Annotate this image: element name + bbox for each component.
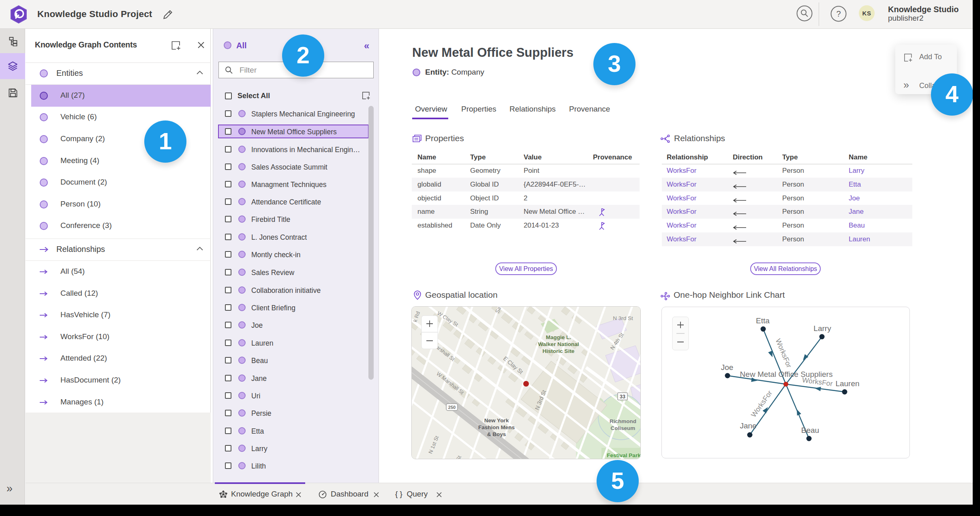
svg-text:250: 250 xyxy=(448,405,456,410)
svg-text:Jane: Jane xyxy=(740,421,756,430)
svg-text:Richmond: Richmond xyxy=(610,418,636,424)
svg-text:Etta: Etta xyxy=(756,316,770,325)
svg-text:Fashion Mens: Fashion Mens xyxy=(478,424,515,430)
svg-text:Larry: Larry xyxy=(813,324,831,333)
svg-text:33: 33 xyxy=(620,394,625,400)
svg-text:WorksFor: WorksFor xyxy=(774,338,793,369)
svg-text:New Metal Office Suppliers: New Metal Office Suppliers xyxy=(740,370,833,378)
svg-text:Joe: Joe xyxy=(721,363,734,372)
svg-text:Historic Site: Historic Site xyxy=(543,348,575,354)
svg-text:Coliseum: Coliseum xyxy=(611,425,636,431)
svg-text:N 3rd St: N 3rd St xyxy=(613,315,633,321)
svg-text:Beau: Beau xyxy=(801,426,819,434)
svg-text:Walker National: Walker National xyxy=(538,341,579,347)
svg-text:Festival Park: Festival Park xyxy=(607,452,641,458)
svg-text:& Boys: & Boys xyxy=(487,431,506,437)
svg-text:?: ? xyxy=(836,9,841,18)
svg-text:Lauren: Lauren xyxy=(835,379,859,388)
svg-text:New York: New York xyxy=(484,417,509,424)
svg-text:Maggie L.: Maggie L. xyxy=(546,334,571,340)
svg-text:WorksFor: WorksFor xyxy=(749,389,774,419)
